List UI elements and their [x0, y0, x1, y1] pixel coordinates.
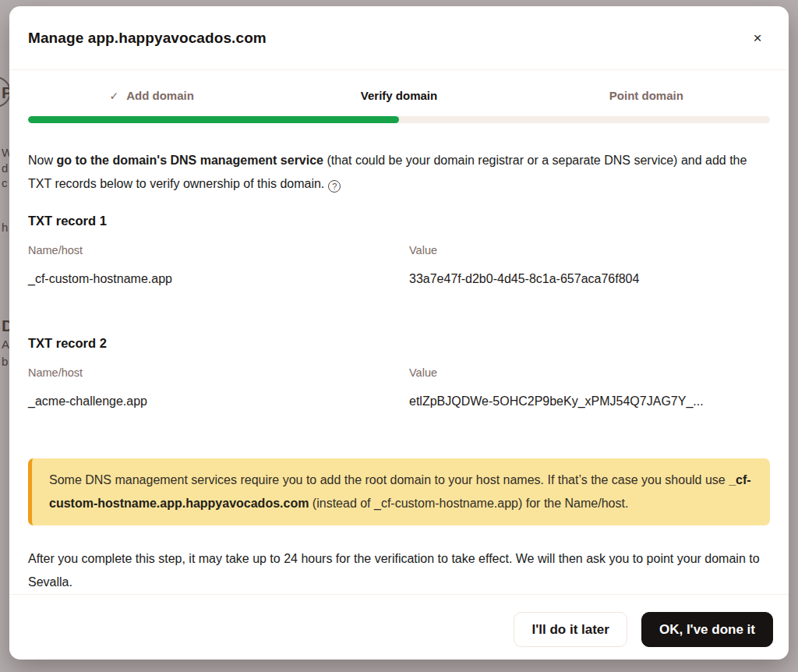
value-label: Value [409, 244, 770, 256]
progress-bar [28, 116, 770, 123]
record-value: 33a7e47f-d2b0-4d45-8c1a-657aca76f804 [409, 272, 770, 286]
name-host-column: Name/host _acme-challenge.app [28, 366, 409, 409]
value-column: Value 33a7e47f-d2b0-4d45-8c1a-657aca76f8… [409, 244, 770, 286]
modal-header: Manage app.happyavocados.com × [9, 6, 789, 70]
txt-record-1-section: TXT record 1 Name/host _cf-custom-hostna… [28, 214, 770, 286]
verification-note: After you complete this step, it may tak… [28, 547, 770, 594]
record-value: etlZpBJQDWe-5OHC2P9beKy_xPMJ54Q7JAG7Y_..… [409, 394, 770, 409]
instructions-bold-text: go to the domain's DNS management servic… [56, 154, 323, 167]
instructions-paragraph: Now go to the domain's DNS management se… [28, 149, 770, 196]
step-label: Add domain [126, 89, 194, 102]
help-icon[interactable]: ? [328, 180, 341, 193]
step-verify-domain: Verify domain [275, 89, 522, 102]
do-it-later-button[interactable]: I'll do it later [514, 612, 627, 647]
ok-done-button[interactable]: OK, I've done it [641, 612, 773, 647]
name-host-label: Name/host [28, 366, 409, 379]
txt-record-2-title: TXT record 2 [28, 336, 770, 351]
dns-warning-callout: Some DNS management services require you… [28, 458, 770, 525]
modal-title: Manage app.happyavocados.com [28, 30, 267, 47]
check-icon: ✓ [109, 90, 118, 102]
step-add-domain: ✓ Add domain [28, 89, 275, 102]
note-text: After you complete this step, it may tak… [28, 552, 760, 565]
name-host-value: _acme-challenge.app [28, 394, 409, 409]
txt-record-1-title: TXT record 1 [28, 214, 770, 228]
step-label: Verify domain [361, 89, 437, 102]
warning-text: Some DNS management services require you… [49, 473, 729, 486]
name-host-label: Name/host [28, 244, 409, 256]
name-host-column: Name/host _cf-custom-hostname.app [28, 244, 409, 286]
value-label: Value [409, 366, 770, 379]
step-label: Point domain [609, 89, 683, 102]
modal-footer: I'll do it later OK, I've done it [9, 594, 789, 660]
brand-name: Sevalla [28, 575, 69, 589]
step-point-domain: Point domain [523, 89, 770, 102]
txt-record-2-section: TXT record 2 Name/host _acme-challenge.a… [28, 336, 770, 409]
name-host-value: _cf-custom-hostname.app [28, 272, 409, 286]
progress-fill [28, 116, 399, 123]
txt-record-2-grid: Name/host _acme-challenge.app Value etlZ… [28, 366, 770, 409]
note-text: . [69, 575, 72, 589]
manage-domain-modal: Manage app.happyavocados.com × ✓ Add dom… [9, 6, 789, 660]
txt-record-1-grid: Name/host _cf-custom-hostname.app Value … [28, 244, 770, 286]
wizard-stepper: ✓ Add domain Verify domain Point domain [28, 89, 770, 102]
warning-text: (instead of _cf-custom-hostname.app) for… [309, 497, 628, 510]
close-icon[interactable]: × [745, 26, 770, 51]
instructions-text: Now [28, 154, 56, 167]
value-column: Value etlZpBJQDWe-5OHC2P9beKy_xPMJ54Q7JA… [409, 366, 770, 409]
